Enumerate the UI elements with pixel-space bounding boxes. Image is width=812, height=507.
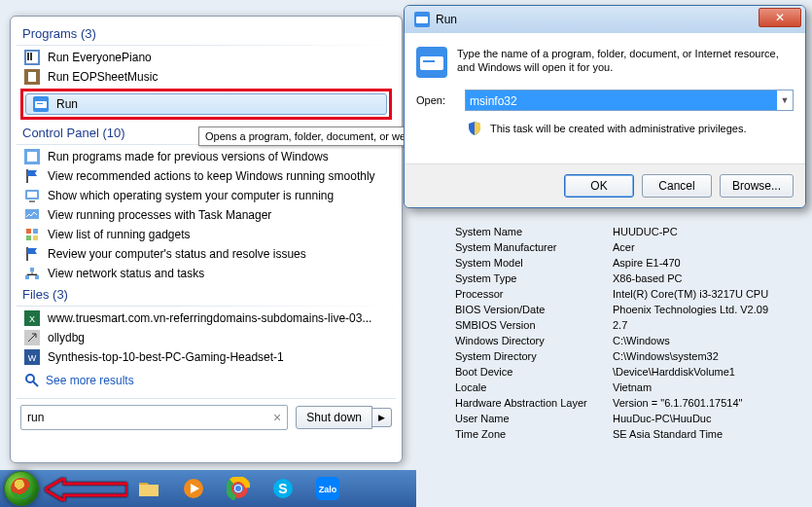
sysinfo-row[interactable]: Hardware Abstraction LayerVersion = "6.1… [455,395,805,411]
sysinfo-row[interactable]: Windows DirectoryC:\Windows [455,333,805,348]
svg-rect-7 [37,103,43,104]
start-menu-bottom: × Shut down ▶ [17,398,396,430]
sysinfo-key: User Name [455,413,613,424]
flag-icon [24,246,40,262]
taskbar-item-mediaplayer[interactable] [173,474,214,503]
taskbar-item-chrome[interactable] [218,474,259,503]
programs-header: Programs (3) [17,22,396,43]
sysinfo-key: System Type [455,272,613,284]
open-combobox[interactable]: msinfo32 ▼ [465,90,794,111]
search-input[interactable] [27,411,273,424]
sysinfo-value: Acer [613,241,805,253]
close-button[interactable]: ✕ [759,8,801,27]
file-item-label: www.truesmart.com.vn-referringdomains-su… [48,311,371,325]
sysinfo-row[interactable]: Time ZoneSE Asia Standard Time [455,426,805,442]
start-button[interactable] [4,471,39,506]
cp-item[interactable]: View network status and tasks [17,264,396,283]
files-header: Files (3) [17,283,396,304]
taskbar-item-explorer[interactable] [128,474,169,503]
svg-rect-9 [27,152,37,162]
cp-item[interactable]: View running processes with Task Manager [17,205,396,225]
program-item-everyonepiano[interactable]: Run EveryonePiano [17,48,396,67]
sysinfo-row[interactable]: BIOS Version/DatePhoenix Technologies Lt… [455,302,805,317]
taskmgr-icon [24,207,40,223]
svg-rect-31 [420,56,443,70]
network-icon [24,266,40,281]
sysinfo-key: System Model [455,257,613,269]
taskbar-item-zalo[interactable]: Zalo [307,474,348,503]
taskbar-item-skype[interactable]: S [263,474,303,503]
cp-item[interactable]: Run programs made for previous versions … [17,147,396,166]
cp-item[interactable]: Review your computer's status and resolv… [17,244,396,264]
program-label: Run EveryonePiano [48,51,152,64]
sysinfo-row[interactable]: System ManufacturerAcer [455,239,805,255]
svg-rect-14 [26,229,31,234]
cp-item[interactable]: View recommended actions to keep Windows… [17,166,396,186]
sysinfo-key: Windows Directory [455,335,613,346]
see-more-label: See more results [46,374,134,387]
start-menu-panel: Programs (3) Run EveryonePiano Run EOPSh… [10,16,403,463]
sysinfo-value: HUUDUC-PC [613,226,805,237]
clear-search-icon[interactable]: × [273,410,281,425]
system-icon [24,188,40,203]
sysinfo-row[interactable]: Boot Device\Device\HarddiskVolume1 [455,364,805,380]
shield-icon [467,121,482,136]
sysinfo-key: BIOS Version/Date [455,304,613,315]
sysinfo-row[interactable]: System TypeX86-based PC [455,271,805,286]
open-label: Open: [416,94,457,106]
explorer-icon [137,477,160,500]
program-item-eopsheetmusic[interactable]: Run EOPSheetMusic [17,67,396,87]
shutdown-split-button[interactable]: Shut down ▶ [296,405,392,430]
gadgets-icon [24,227,40,242]
open-input[interactable]: msinfo32 [466,91,777,110]
cp-item[interactable]: Show which operating system your compute… [17,186,396,205]
sysinfo-value: C:\Windows [613,335,805,346]
ok-button[interactable]: OK [564,174,634,198]
shutdown-arrow-icon[interactable]: ▶ [372,408,392,427]
sysinfo-key: System Directory [455,350,613,362]
cancel-button[interactable]: Cancel [642,174,712,198]
highlight-box: Run [20,89,392,120]
file-item[interactable]: ollydbg [17,328,396,347]
sysinfo-key: System Manufacturer [455,241,613,253]
svg-rect-19 [35,275,39,279]
cp-item-label: View recommended actions to keep Windows… [48,169,375,183]
system-info-table: System NameHUUDUC-PCSystem ManufacturerA… [455,224,805,442]
svg-rect-2 [27,53,29,60]
search-box[interactable]: × [20,405,288,430]
file-item[interactable]: Xwww.truesmart.com.vn-referringdomains-s… [17,308,396,328]
sysinfo-row[interactable]: LocaleVietnam [455,380,805,395]
sysinfo-row[interactable]: System DirectoryC:\Windows\system32 [455,348,805,364]
svg-rect-6 [35,101,47,108]
sysinfo-value: X86-based PC [613,272,805,284]
program-label: Run EOPSheetMusic [48,70,158,84]
sysinfo-row[interactable]: System NameHUUDUC-PC [455,224,805,239]
dropdown-arrow-icon[interactable]: ▼ [777,95,793,105]
cp-item[interactable]: View list of running gadgets [17,225,396,244]
sysinfo-value: Version = "6.1.7601.17514" [613,397,805,409]
run-titlebar[interactable]: Run ✕ [405,6,805,33]
sysinfo-row[interactable]: ProcessorIntel(R) Core(TM) i3-3217U CPU [455,286,805,302]
cp-item-label: View list of running gadgets [48,228,191,241]
divider [17,306,396,307]
svg-rect-15 [33,229,38,234]
run-dialog: Run ✕ Type the name of a program, folder… [404,5,806,208]
see-more-results-link[interactable]: See more results [17,367,396,394]
sysinfo-row[interactable]: SMBIOS Version2.7 [455,317,805,333]
program-item-run[interactable]: Run [25,93,387,115]
programs-icon [24,149,40,164]
sysinfo-value: \Device\HarddiskVolume1 [613,366,805,378]
run-tooltip: Opens a program, folder, document, or we [198,127,412,146]
file-item-label: Synthesis-top-10-best-PC-Gaming-Headset-… [48,350,284,364]
cp-item-label: Review your computer's status and resolv… [48,247,306,261]
svg-text:S: S [278,481,287,496]
sysinfo-row[interactable]: User NameHuuDuc-PC\HuuDuc [455,411,805,426]
sysinfo-value: C:\Windows\system32 [613,350,805,362]
browse-button[interactable]: Browse... [720,174,794,198]
svg-text:X: X [29,314,35,324]
zalo-icon: Zalo [316,477,339,500]
sysinfo-row[interactable]: System ModelAspire E1-470 [455,255,805,271]
file-item[interactable]: WSynthesis-top-10-best-PC-Gaming-Headset… [17,347,396,367]
shutdown-button[interactable]: Shut down [296,406,372,429]
search-icon [24,373,40,388]
